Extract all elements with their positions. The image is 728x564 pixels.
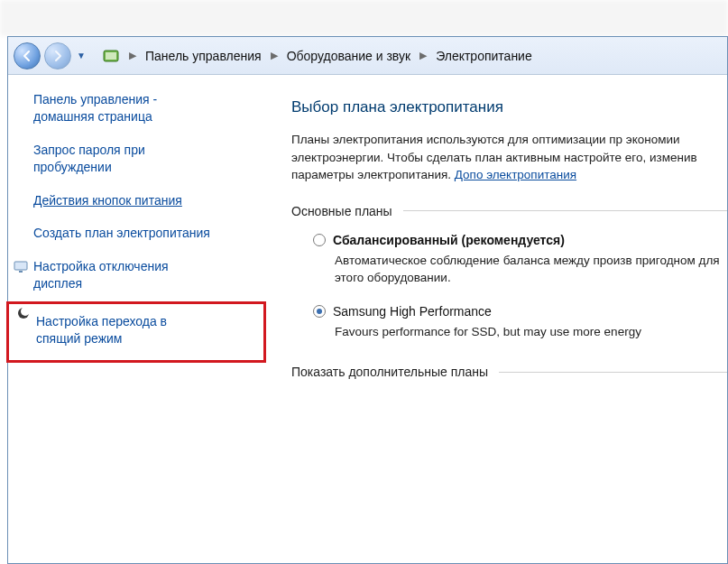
intro-link[interactable]: Допо электропитания: [455, 168, 576, 181]
radio-unselected-icon[interactable]: [313, 234, 326, 246]
sidebar-label: пробуждении: [33, 160, 112, 174]
monitor-icon: [14, 260, 28, 274]
svg-rect-2: [14, 262, 27, 270]
sidebar-label: Запрос пароля при: [33, 143, 145, 157]
sidebar-label: Панель управления -: [33, 92, 157, 106]
svg-rect-3: [19, 271, 23, 273]
sidebar-require-password[interactable]: Запрос пароля при пробуждении: [33, 142, 261, 176]
show-additional-plans[interactable]: Показать дополнительные планы: [291, 365, 727, 379]
history-dropdown[interactable]: ▼: [75, 42, 88, 69]
forward-button[interactable]: [44, 42, 71, 69]
sidebar-power-button-actions[interactable]: Действия кнопок питания: [33, 192, 261, 209]
breadcrumb-separator: ▶: [419, 50, 427, 61]
divider: [403, 210, 727, 211]
svg-rect-1: [106, 52, 116, 60]
sidebar-display-off[interactable]: Настройка отключения дисплея: [33, 258, 261, 292]
breadcrumb-item[interactable]: Электропитание: [436, 49, 532, 63]
sidebar-label: домашняя страница: [33, 109, 152, 124]
group-label-text: Основные планы: [291, 204, 392, 218]
plan-samsung-high-performance: Samsung High Performance Favours perform…: [313, 304, 727, 341]
sidebar-label: спящий режим: [36, 331, 122, 346]
sidebar-label: Действия кнопок питания: [33, 193, 182, 208]
intro-text: Планы электропитания используются для оп…: [291, 131, 727, 184]
sidebar-label: Создать план электропитания: [33, 226, 210, 240]
breadcrumb-separator: ▶: [271, 50, 278, 61]
plan-description: Favours performance for SSD, but may use…: [335, 324, 727, 341]
breadcrumb-item[interactable]: Оборудование и звук: [287, 49, 411, 63]
breadcrumb-separator: ▶: [129, 50, 136, 61]
sidebar-label: дисплея: [33, 276, 82, 291]
sidebar: Панель управления - домашняя страница За…: [8, 75, 275, 563]
sidebar-label: Настройка отключения: [33, 259, 169, 273]
divider: [499, 372, 727, 373]
svg-point-5: [21, 307, 30, 316]
plan-name: Samsung High Performance: [333, 304, 492, 319]
plan-balanced: Сбалансированный (рекомендуется) Автомат…: [313, 233, 727, 287]
sidebar-sleep-settings[interactable]: Настройка перехода в спящий режим: [6, 301, 266, 363]
breadcrumb-item[interactable]: Панель управления: [145, 49, 262, 63]
plan-radio-row[interactable]: Сбалансированный (рекомендуется): [313, 233, 727, 247]
titlebar: ▼ ▶ Панель управления ▶ Оборудование и з…: [8, 37, 727, 75]
address-bar[interactable]: ▶ Панель управления ▶ Оборудование и зву…: [97, 43, 722, 69]
sidebar-label: Настройка перехода в: [36, 314, 167, 328]
back-button[interactable]: [14, 42, 41, 69]
plans-group-label: Основные планы: [291, 204, 727, 218]
sidebar-create-plan[interactable]: Создать план электропитания: [33, 225, 261, 242]
plan-radio-row[interactable]: Samsung High Performance: [313, 304, 727, 319]
showmore-label: Показать дополнительные планы: [291, 365, 488, 379]
main-content: Выбор плана электропитания Планы электро…: [275, 75, 727, 563]
control-panel-window: ▼ ▶ Панель управления ▶ Оборудование и з…: [7, 36, 728, 564]
page-title: Выбор плана электропитания: [291, 98, 727, 116]
sidebar-home-link[interactable]: Панель управления - домашняя страница: [33, 91, 261, 125]
plan-name: Сбалансированный (рекомендуется): [333, 233, 565, 247]
plan-description: Автоматическое соблюдение баланса между …: [335, 253, 727, 287]
control-panel-icon: [102, 47, 120, 65]
moon-icon: [16, 306, 31, 320]
radio-selected-icon[interactable]: [313, 305, 326, 318]
